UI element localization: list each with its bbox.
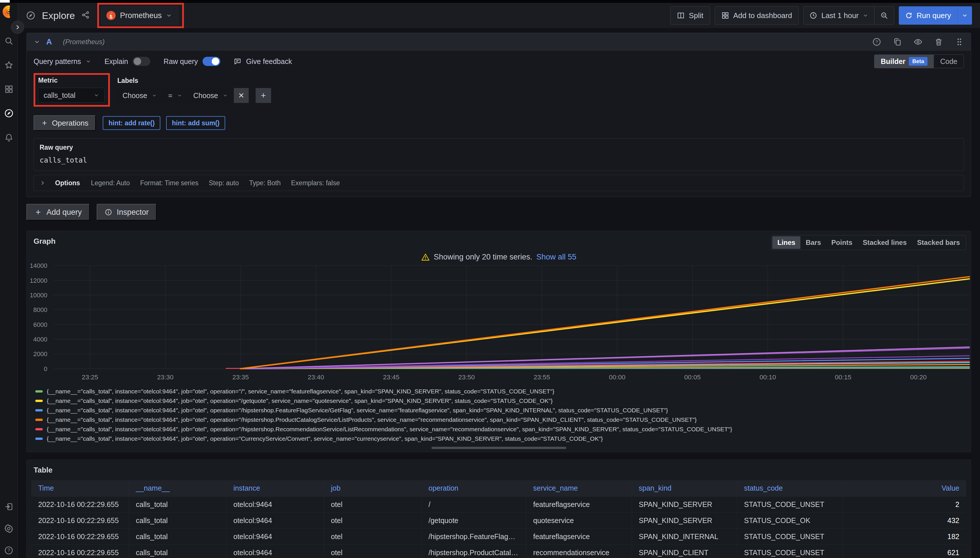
- split-button[interactable]: Split: [670, 6, 710, 25]
- graph-mode-stacked-bars[interactable]: Stacked bars: [912, 236, 965, 249]
- label-value-select[interactable]: Choose: [188, 88, 233, 103]
- explain-toggle[interactable]: [133, 57, 150, 66]
- svg-text:23:45: 23:45: [383, 373, 400, 381]
- chevron-down-icon: [177, 93, 182, 98]
- collapse-chevron-icon: [34, 38, 41, 45]
- builder-mode-tab[interactable]: Builder Beta: [875, 55, 934, 68]
- query-help-icon[interactable]: ?: [872, 37, 881, 46]
- query-options-row[interactable]: Options Legend: AutoFormat: Time seriesS…: [34, 175, 964, 191]
- dashboards-icon[interactable]: [4, 84, 14, 94]
- query-hint-button-0[interactable]: hint: add rate(): [103, 116, 160, 130]
- column-header-span-kind[interactable]: span_kind: [632, 480, 737, 496]
- table-cell: otelcol:9464: [226, 545, 324, 558]
- sidebar-expand-button[interactable]: [11, 21, 24, 34]
- zoom-out-icon: [880, 11, 888, 20]
- table-cell: STATUS_CODE_UNSET: [737, 545, 843, 558]
- labels-label: Labels: [117, 77, 271, 85]
- column-header-instance[interactable]: instance: [226, 480, 324, 496]
- column-header-Time[interactable]: Time: [31, 480, 129, 496]
- graph-panel-title: Graph: [34, 237, 56, 245]
- graph-mode-points[interactable]: Points: [826, 236, 857, 249]
- label-key-select[interactable]: Choose: [117, 88, 162, 103]
- search-icon[interactable]: [4, 36, 14, 46]
- query-row-header[interactable]: A (Prometheus) ?: [27, 33, 971, 51]
- alerting-bell-icon[interactable]: [4, 133, 14, 142]
- remove-query-trash-icon[interactable]: [934, 37, 943, 46]
- datasource-picker[interactable]: Prometheus: [101, 7, 178, 25]
- legend-swatch: [35, 428, 43, 430]
- run-query-button[interactable]: Run query: [899, 6, 972, 25]
- table-cell: calls_total: [129, 528, 226, 545]
- query-patterns-dropdown[interactable]: Query patterns: [34, 57, 91, 66]
- query-ref-id: A: [46, 37, 52, 46]
- duplicate-query-icon[interactable]: [893, 37, 902, 46]
- plus-icon: [41, 120, 48, 126]
- grafana-logo-icon[interactable]: [2, 5, 15, 18]
- table-cell: recommendationservice: [526, 545, 632, 558]
- raw-query-toggle[interactable]: [202, 57, 220, 66]
- legend-swatch: [35, 438, 43, 440]
- code-mode-tab[interactable]: Code: [934, 55, 964, 68]
- svg-text:?: ?: [876, 39, 878, 44]
- graph-panel: Graph LinesBarsPointsStacked linesStacke…: [26, 231, 971, 452]
- svg-text:4000: 4000: [33, 336, 47, 343]
- query-hint-button-1[interactable]: hint: add sum(): [166, 116, 225, 130]
- column-header---name--[interactable]: __name__: [129, 480, 226, 496]
- starred-icon[interactable]: [4, 60, 14, 70]
- column-header-job[interactable]: job: [324, 480, 421, 496]
- run-query-dropdown[interactable]: [957, 6, 972, 25]
- give-feedback-link[interactable]: Give feedback: [233, 57, 292, 66]
- hide-response-eye-icon[interactable]: [913, 37, 922, 46]
- legend-item[interactable]: {__name__="calls_total", instance="otelc…: [35, 396, 971, 405]
- table-cell: 2022-10-16 00:22:29.655: [31, 512, 129, 528]
- show-all-series-link[interactable]: Show all 55: [536, 253, 577, 261]
- settings-gear-icon[interactable]: [4, 524, 14, 533]
- time-range-picker[interactable]: Last 1 hour: [804, 7, 874, 25]
- table-cell: otel: [324, 496, 421, 512]
- explore-compass-icon[interactable]: [4, 108, 14, 118]
- remove-label-filter-button[interactable]: ✕: [234, 88, 249, 103]
- graph-mode-lines[interactable]: Lines: [772, 236, 801, 249]
- table-cell: otelcol:9464: [226, 512, 324, 528]
- legend-item[interactable]: {__name__="calls_total", instance="otelc…: [35, 424, 971, 434]
- graph-mode-stacked-lines[interactable]: Stacked lines: [857, 236, 912, 249]
- column-header-operation[interactable]: operation: [421, 480, 526, 496]
- legend-scrollbar[interactable]: [431, 447, 566, 449]
- comment-icon: [233, 57, 242, 66]
- svg-text:2000: 2000: [33, 350, 47, 358]
- raw-query-label: Raw query: [39, 144, 958, 151]
- graph-mode-bars[interactable]: Bars: [801, 236, 826, 249]
- table-cell: 621: [843, 545, 966, 558]
- table-cell: 2: [843, 496, 966, 512]
- inspector-button[interactable]: Inspector: [97, 204, 157, 220]
- table-cell: calls_total: [129, 496, 226, 512]
- column-header-service-name[interactable]: service_name: [526, 480, 632, 496]
- add-query-button[interactable]: Add query: [26, 204, 90, 220]
- add-label-filter-button[interactable]: +: [256, 88, 271, 103]
- zoom-out-time-button[interactable]: [874, 7, 894, 25]
- table-panel: Table Time__name__instancejoboperationse…: [26, 460, 971, 558]
- chevron-down-icon: [152, 93, 157, 98]
- svg-text:00:15: 00:15: [835, 373, 851, 381]
- table-cell: SPAN_KIND_INTERNAL: [632, 528, 737, 545]
- table-cell: otelcol:9464: [226, 528, 324, 545]
- legend-swatch: [35, 390, 43, 392]
- operations-button[interactable]: Operations: [34, 115, 96, 131]
- time-series-chart[interactable]: 0200040006000800010000120001400023:2523:…: [27, 263, 971, 384]
- table-cell: otel: [324, 512, 421, 528]
- legend-item[interactable]: {__name__="calls_total", instance="otelc…: [35, 387, 971, 396]
- legend-item[interactable]: {__name__="calls_total", instance="otelc…: [35, 405, 971, 415]
- column-header-status-code[interactable]: status_code: [737, 480, 843, 496]
- help-icon[interactable]: ?: [4, 545, 14, 555]
- time-controls: Last 1 hour: [803, 6, 894, 25]
- sign-in-icon[interactable]: [4, 502, 14, 512]
- drag-handle-icon[interactable]: [955, 37, 964, 46]
- add-to-dashboard-button[interactable]: Add to dashboard: [715, 6, 799, 25]
- legend-item[interactable]: {__name__="calls_total", instance="otelc…: [35, 434, 971, 443]
- share-icon[interactable]: [81, 11, 91, 20]
- metric-select[interactable]: calls_total: [38, 88, 105, 103]
- legend-item[interactable]: {__name__="calls_total", instance="otelc…: [35, 415, 971, 424]
- label-operator-select[interactable]: =: [163, 88, 187, 103]
- column-header-Value[interactable]: Value: [843, 480, 966, 496]
- raw-query-preview: Raw query calls_total: [34, 138, 964, 171]
